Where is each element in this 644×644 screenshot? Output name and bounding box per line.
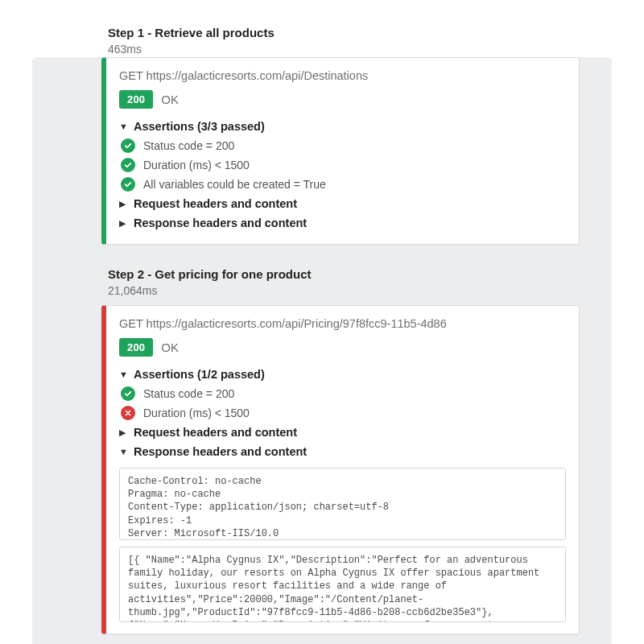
- assertions-toggle[interactable]: ▼ Assertions (3/3 passed): [119, 117, 566, 136]
- assertion-row: Duration (ms) < 1500: [119, 155, 566, 175]
- results-container: GET https://galacticresorts.com/api/Dest…: [32, 57, 612, 644]
- response-headers-box[interactable]: Cache-Control: no-cache Pragma: no-cache…: [119, 468, 566, 540]
- response-headers-toggle[interactable]: ▼ Response headers and content: [119, 442, 566, 461]
- check-icon: [121, 177, 135, 192]
- request-line: GET https://galacticresorts.com/api/Pric…: [119, 317, 566, 330]
- request-headers-toggle[interactable]: ▶ Request headers and content: [119, 194, 566, 213]
- assertion-row: Duration (ms) < 1500: [119, 403, 566, 423]
- caret-right-icon: ▶: [119, 218, 127, 229]
- assertion-row: All variables could be created = True: [119, 175, 566, 194]
- caret-right-icon: ▶: [119, 427, 127, 438]
- caret-down-icon: ▼: [119, 122, 127, 131]
- request-line: GET https://galacticresorts.com/api/Dest…: [119, 69, 566, 82]
- response-headers-toggle[interactable]: ▶ Response headers and content: [119, 213, 566, 233]
- assertions-toggle[interactable]: ▼ Assertions (1/2 passed): [119, 365, 566, 384]
- check-icon: [121, 386, 135, 401]
- assertion-row: Status code = 200: [119, 384, 566, 403]
- step-header: Step 2 - Get pricing for one product 21,…: [32, 267, 612, 297]
- check-icon: [121, 138, 135, 153]
- request-headers-toggle[interactable]: ▶ Request headers and content: [119, 423, 566, 442]
- step-title: Step 2 - Get pricing for one product: [108, 267, 612, 281]
- caret-right-icon: ▶: [119, 199, 127, 209]
- step-card: GET https://galacticresorts.com/api/Dest…: [101, 57, 580, 245]
- x-icon: [121, 406, 135, 420]
- check-icon: [121, 158, 135, 172]
- status-code-badge: 200: [119, 338, 153, 357]
- caret-down-icon: ▼: [119, 369, 127, 379]
- status-text: OK: [161, 93, 179, 106]
- response-body-box[interactable]: [{ "Name":"Alpha Cygnus IX","Description…: [119, 547, 566, 622]
- step-card: GET https://galacticresorts.com/api/Pric…: [101, 305, 580, 634]
- caret-down-icon: ▼: [119, 447, 127, 456]
- status-code-badge: 200: [119, 90, 153, 109]
- step-duration: 21,064ms: [108, 284, 612, 297]
- status-text: OK: [161, 341, 179, 354]
- step-duration: 463ms: [108, 43, 612, 56]
- assertion-row: Status code = 200: [119, 136, 566, 155]
- step-header: Step 1 - Retrieve all products 463ms: [108, 26, 612, 56]
- step-title: Step 1 - Retrieve all products: [108, 26, 612, 39]
